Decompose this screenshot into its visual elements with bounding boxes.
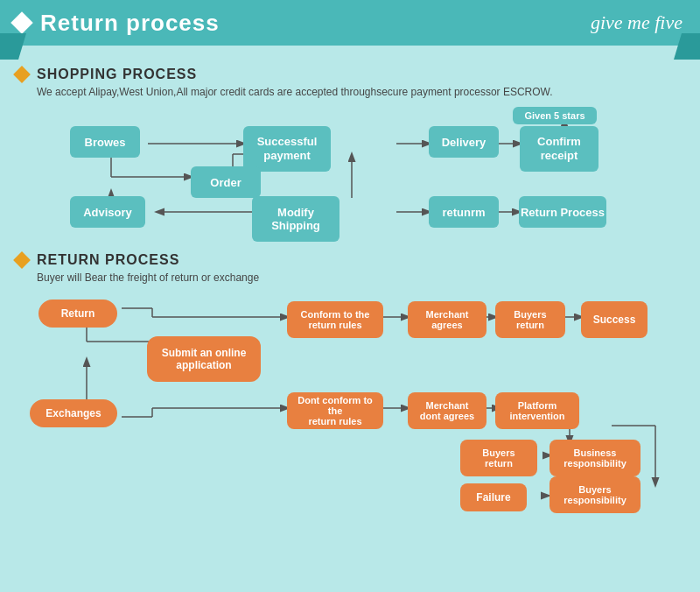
platform-intervention-node: Platformintervention	[495, 392, 579, 429]
buyers-return-2-node: Buyersreturn	[460, 440, 537, 476]
dont-conform-rules-node: Dont conform to thereturn rules	[287, 392, 383, 429]
return-subtitle: Buyer will Bear the freight of return or…	[37, 271, 684, 284]
shopping-subtitle: We accept Alipay,West Union,All major cr…	[37, 86, 684, 98]
delivery-node: Delivery	[429, 126, 499, 158]
return-process-node: Return Process	[519, 196, 606, 228]
retunrm-node: retunrm	[429, 196, 499, 228]
buyers-return-1-node: Buyersreturn	[495, 301, 565, 338]
shopping-section-header: SHOPPING PROCESS	[16, 67, 684, 82]
shopping-section-title: SHOPPING PROCESS	[37, 67, 197, 82]
brand-logo: give me five	[591, 11, 682, 34]
buyers-responsibility-node: Buyersresponsibility	[550, 476, 640, 513]
failure-node: Failure	[460, 483, 527, 511]
section-diamond-1	[13, 66, 31, 83]
return-diagram: Return Exchanges Submit an onlineapplica…	[16, 292, 684, 529]
merchant-agrees-node: Merchantagrees	[408, 301, 486, 338]
conform-rules-node: Conform to thereturn rules	[287, 301, 383, 338]
shopping-diagram: Browes Successfulpayment Delivery Confir…	[16, 107, 684, 247]
return-section-header: RETURN PROCESS	[16, 252, 684, 268]
header-diamond	[10, 11, 32, 33]
browes-node: Browes	[70, 126, 140, 158]
business-responsibility-node: Businessresponsibility	[550, 440, 640, 476]
modify-shipping-node: ModifyShipping	[252, 196, 340, 242]
given-5-stars-node: Given 5 stars	[513, 107, 597, 124]
return-node: Return	[38, 300, 117, 328]
return-section-title: RETURN PROCESS	[37, 252, 179, 268]
submit-online-node: Submit an onlineapplication	[147, 336, 261, 382]
merchant-dont-agrees-node: Merchantdont agrees	[408, 392, 486, 429]
exchanges-node: Exchanges	[30, 399, 117, 427]
section-diamond-2	[13, 251, 31, 269]
page-title: Return process	[40, 10, 220, 37]
main-content: SHOPPING PROCESS We accept Alipay,West U…	[0, 46, 700, 541]
successful-payment-node: Successfulpayment	[243, 126, 331, 172]
page-header: Return process give me five	[0, 0, 700, 46]
confirm-receipt-node: Confirmreceipt	[520, 126, 598, 172]
advisory-node: Advisory	[70, 196, 145, 228]
order-node: Order	[191, 166, 261, 198]
success-node: Success	[581, 301, 648, 338]
